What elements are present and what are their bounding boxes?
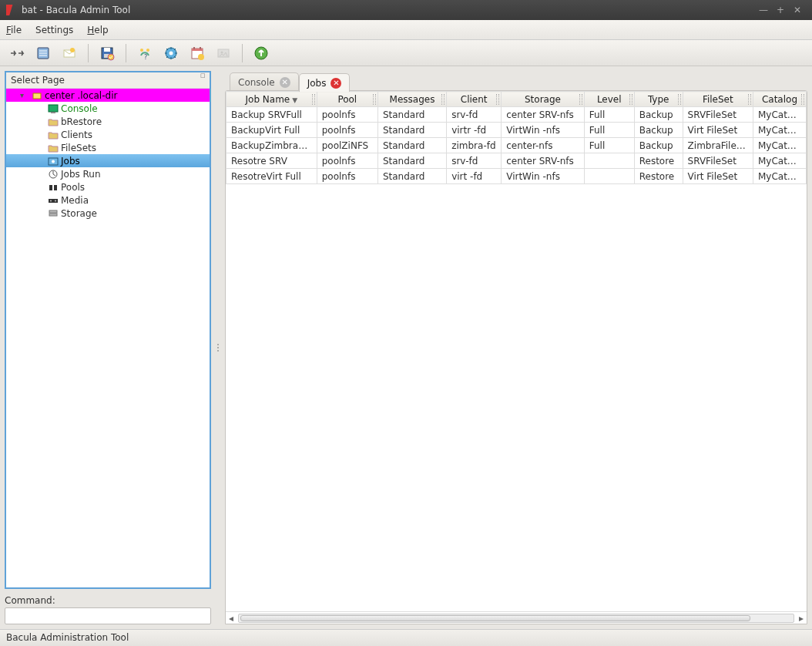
tree-item-label: Console <box>61 103 98 114</box>
column-header-storage[interactable]: Storage <box>502 92 585 107</box>
tree-item-clients[interactable]: Clients <box>6 128 210 141</box>
svg-point-27 <box>52 160 55 163</box>
column-resizer[interactable] <box>748 94 751 105</box>
table-row[interactable]: ResotreVirt FullpoolnfsStandardvirt -fdV… <box>226 169 807 184</box>
svg-rect-35 <box>49 214 57 216</box>
toolbar: ? <box>0 40 812 66</box>
jobs-table: Job Name▼PoolMessagesClientStorageLevelT… <box>226 91 807 184</box>
tree-item-label: Storage <box>61 208 97 219</box>
table-row[interactable]: Backup SRVFullpoolnfsStandard srv-fdcent… <box>226 107 807 123</box>
cell-storage: center SRV-nfs <box>502 153 585 169</box>
column-resizer[interactable] <box>496 94 499 105</box>
status-bar: Bacula Administration Tool <box>0 629 812 646</box>
cell-client: srv-fd <box>447 153 502 169</box>
cell-job: BackupVirt Full <box>226 123 317 138</box>
column-resizer[interactable] <box>801 94 804 105</box>
tree-item-label: Media <box>61 195 89 206</box>
estimate-button[interactable]: ? <box>134 42 156 64</box>
column-resizer[interactable] <box>678 94 681 105</box>
column-header-client[interactable]: Client <box>447 92 502 107</box>
schedule-button[interactable] <box>186 42 208 64</box>
command-input[interactable] <box>5 607 211 624</box>
tree-root[interactable]: ▾center .local-dir <box>6 89 210 102</box>
tab-close-icon[interactable]: ✕ <box>280 77 290 88</box>
photo-button <box>213 42 234 64</box>
tree-item-storage[interactable]: Storage <box>6 207 210 220</box>
svg-point-19 <box>198 54 204 60</box>
column-resizer[interactable] <box>629 94 632 105</box>
svg-rect-30 <box>54 185 57 190</box>
tree-item-label: Jobs Run <box>61 169 101 180</box>
column-label: Messages <box>390 94 435 105</box>
svg-point-11 <box>146 49 149 52</box>
column-label: Type <box>648 94 669 105</box>
tree-item-media[interactable]: Media <box>6 193 210 207</box>
run-button[interactable] <box>160 42 182 64</box>
table-row[interactable]: BackupZimbraFullpoolZiNFSStandardzimbra-… <box>226 138 807 153</box>
svg-point-33 <box>55 200 56 201</box>
column-header-catalog[interactable]: Catalog <box>753 92 806 107</box>
tree-item-label: Pools <box>61 182 85 193</box>
left-panel: Select Page ◇ ▾center .local-dirConsoleb… <box>5 71 211 624</box>
mail-button[interactable] <box>59 42 80 64</box>
horizontal-scrollbar[interactable]: ◂ ▸ <box>226 611 807 624</box>
column-resizer[interactable] <box>312 94 315 105</box>
table-row[interactable]: Resotre SRVpoolnfsStandard srv-fdcenter … <box>226 153 807 169</box>
tab-close-icon[interactable]: ✕ <box>331 78 341 89</box>
cell-msg: Standard <box>377 123 446 138</box>
minimize-button[interactable]: — <box>755 5 772 15</box>
column-header-fileset[interactable]: FileSet <box>683 92 753 107</box>
menu-help[interactable]: Help <box>87 25 108 35</box>
tab-label: Console <box>238 77 275 88</box>
maximize-button[interactable]: + <box>772 5 789 15</box>
tree-item-filesets[interactable]: FileSets <box>6 141 210 154</box>
save-button[interactable] <box>96 42 118 64</box>
cell-fileset: ZimbraFileSet <box>683 138 753 153</box>
column-resizer[interactable] <box>579 94 582 105</box>
grip-icon[interactable]: ◇ <box>199 71 209 80</box>
column-header-pool[interactable]: Pool <box>317 92 377 107</box>
cell-level: Full <box>584 138 634 153</box>
splitter[interactable] <box>216 71 220 624</box>
column-header-type[interactable]: Type <box>634 92 683 107</box>
tree-item-pools[interactable]: Pools <box>6 180 210 193</box>
refresh-button[interactable] <box>250 42 272 64</box>
cell-pool: poolnfs <box>317 107 377 123</box>
scroll-right-arrow[interactable]: ▸ <box>796 613 807 624</box>
cell-catalog: MyCatalog <box>753 107 806 123</box>
tab-jobs[interactable]: Jobs✕ <box>299 73 351 92</box>
cell-fileset: Virt FileSet <box>683 123 753 138</box>
cell-type: Backup <box>634 123 683 138</box>
tree-header-label: Select Page <box>11 75 65 86</box>
column-resizer[interactable] <box>441 94 445 105</box>
tree-item-jobs[interactable]: Jobs <box>6 154 210 167</box>
cell-msg: Standard <box>377 169 446 184</box>
close-button[interactable]: ✕ <box>789 5 806 15</box>
tab-console[interactable]: Console✕ <box>230 72 299 91</box>
connect-button[interactable] <box>6 42 28 64</box>
tree-item-jobs-run[interactable]: Jobs Run <box>6 167 210 180</box>
cell-client: virt -fd <box>447 169 502 184</box>
svg-rect-23 <box>33 93 41 99</box>
column-header-level[interactable]: Level <box>584 92 634 107</box>
svg-point-32 <box>50 200 52 201</box>
cell-client: srv-fd <box>447 107 502 123</box>
column-label: Pool <box>337 94 357 105</box>
page-button[interactable] <box>32 42 54 64</box>
tabs-row: Console✕Jobs✕ <box>225 71 807 91</box>
menu-file[interactable]: File <box>6 25 22 35</box>
column-header-messages[interactable]: Messages <box>377 92 446 107</box>
menu-settings[interactable]: Settings <box>35 25 73 35</box>
tree-item-console[interactable]: Console <box>6 102 210 115</box>
column-header-job-name[interactable]: Job Name▼ <box>226 92 317 107</box>
cell-level <box>584 153 634 169</box>
jobs-icon <box>48 156 59 167</box>
cell-level: Full <box>584 123 634 138</box>
run-icon <box>48 169 59 180</box>
tree-header: Select Page ◇ <box>6 72 210 89</box>
table-row[interactable]: BackupVirt FullpoolnfsStandardvirtr -fdV… <box>226 123 807 138</box>
scroll-left-arrow[interactable]: ◂ <box>226 613 237 624</box>
cell-job: Backup SRVFull <box>226 107 317 123</box>
column-resizer[interactable] <box>373 94 376 105</box>
tree-item-brestore[interactable]: bRestore <box>6 115 210 128</box>
